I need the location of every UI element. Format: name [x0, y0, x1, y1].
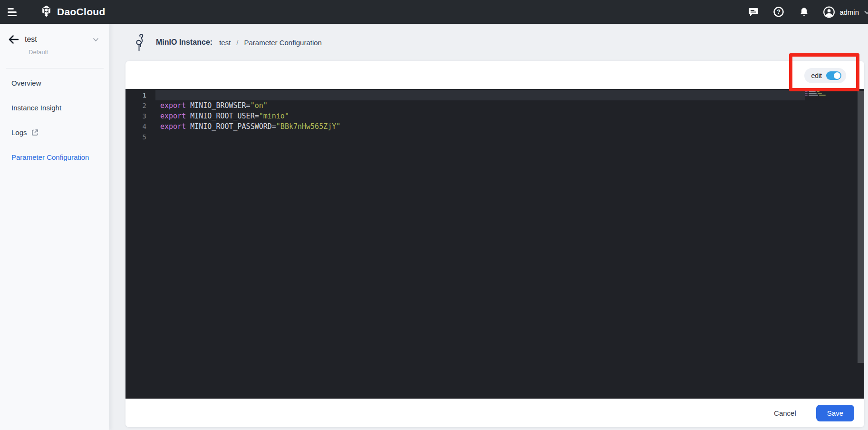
line-content: export MINIO_ROOT_PASSWORD="BBk7nHw565Zj…: [155, 121, 805, 132]
line-number: 2: [125, 100, 155, 111]
code-token-string: "minio": [259, 112, 289, 120]
chat-icon[interactable]: [747, 6, 760, 18]
code-token-plain: MINIO_ROOT_USER=: [186, 112, 259, 120]
parameter-config-card: edit 12export MINIO_BROWSER="on"3export …: [125, 61, 864, 427]
card-footer: Cancel Save: [125, 399, 864, 427]
code-line: 5: [125, 132, 864, 142]
line-number: 3: [125, 111, 155, 121]
code-token-keyword: export: [160, 101, 186, 110]
sidebar-item-label: Logs: [11, 128, 27, 137]
card-toolbar: edit: [125, 61, 864, 89]
line-content: [155, 132, 805, 142]
code-editor[interactable]: 12export MINIO_BROWSER="on"3export MINIO…: [125, 89, 864, 399]
edit-toggle-label: edit: [811, 72, 822, 79]
line-number: 1: [125, 90, 155, 100]
namespace-label: Default: [29, 49, 101, 56]
sidebar-item-instance-insight[interactable]: Instance Insight: [0, 95, 109, 120]
code-line: 4export MINIO_ROOT_PASSWORD="BBk7nHw565Z…: [125, 121, 864, 132]
minimap-segment: [805, 93, 808, 94]
bell-icon[interactable]: [798, 6, 810, 18]
help-icon[interactable]: ?: [772, 6, 785, 18]
code-token-plain: MINIO_BROWSER=: [186, 101, 250, 110]
code-token-string: "BBk7nHw565ZjY": [276, 122, 340, 131]
external-link-icon: [31, 129, 39, 136]
breadcrumb-section: Parameter Configuration: [244, 39, 321, 47]
editor-minimap[interactable]: [805, 91, 827, 97]
sidebar-item-label: Instance Insight: [11, 104, 61, 112]
cancel-button[interactable]: Cancel: [774, 409, 796, 417]
back-arrow-icon[interactable]: [9, 35, 19, 44]
minimap-row: [805, 91, 827, 92]
user-menu[interactable]: admin: [823, 6, 867, 18]
editor-scrollbar[interactable]: [858, 91, 864, 363]
sidebar-menu: OverviewInstance InsightLogsParameter Co…: [0, 70, 109, 169]
minimap-row: [805, 93, 827, 94]
minimap-segment: [809, 91, 816, 92]
line-number: 4: [125, 121, 155, 132]
breadcrumb-separator: /: [236, 39, 238, 47]
breadcrumb-title: MinIO Instance:: [156, 38, 212, 47]
sidebar: test Default OverviewInstance InsightLog…: [0, 24, 109, 430]
code-lines: 12export MINIO_BROWSER="on"3export MINIO…: [125, 89, 864, 142]
minimap-segment: [819, 95, 826, 96]
chevron-down-icon[interactable]: [93, 38, 99, 42]
instance-name[interactable]: test: [25, 35, 37, 44]
line-content: [155, 90, 805, 100]
code-token-string: "on": [251, 101, 268, 110]
daocloud-logo-icon: [40, 5, 53, 20]
sidebar-item-label: Parameter Configuration: [11, 153, 89, 161]
code-token-keyword: export: [160, 122, 186, 131]
line-content: export MINIO_ROOT_USER="minio": [155, 111, 805, 121]
save-button[interactable]: Save: [816, 405, 854, 421]
sidebar-divider: [6, 68, 104, 68]
navbar-actions: ? admin: [747, 6, 868, 18]
breadcrumb-instance[interactable]: test: [219, 39, 231, 47]
code-token-plain: MINIO_ROOT_PASSWORD=: [186, 122, 276, 131]
top-navbar: DaoCloud ?: [0, 0, 868, 24]
minimap-segment: [818, 93, 822, 94]
minimap-segment: [809, 93, 817, 94]
daocloud-logo[interactable]: DaoCloud: [40, 5, 106, 20]
sidebar-header: test Default: [0, 24, 109, 60]
code-line: 1: [125, 90, 864, 100]
sidebar-item-parameter-configuration[interactable]: Parameter Configuration: [0, 145, 109, 169]
sidebar-item-overview[interactable]: Overview: [0, 70, 109, 95]
minimap-segment: [817, 91, 820, 92]
svg-text:?: ?: [777, 9, 781, 15]
sidebar-item-logs[interactable]: Logs: [0, 120, 109, 145]
minio-flamingo-icon: [133, 33, 145, 51]
code-line: 2export MINIO_BROWSER="on": [125, 100, 864, 111]
hamburger-icon[interactable]: [8, 6, 20, 18]
breadcrumb: MinIO Instance: test / Parameter Configu…: [109, 24, 868, 61]
minimap-segment: [805, 91, 808, 92]
sidebar-item-label: Overview: [11, 79, 41, 87]
line-content: export MINIO_BROWSER="on": [155, 100, 805, 111]
chevron-down-icon: [864, 8, 868, 16]
minimap-segment: [805, 95, 808, 96]
brand-name: DaoCloud: [57, 6, 106, 18]
page: DaoCloud ?: [0, 0, 868, 430]
user-name: admin: [839, 8, 859, 16]
minimap-row: [805, 95, 827, 96]
minimap-segment: [809, 95, 818, 96]
line-number: 5: [125, 132, 155, 142]
edit-toggle-group: edit: [804, 68, 846, 83]
code-token-keyword: export: [160, 112, 186, 120]
code-line: 3export MINIO_ROOT_USER="minio": [125, 111, 864, 121]
edit-toggle-switch[interactable]: [826, 71, 841, 80]
user-avatar-icon: [823, 6, 835, 18]
